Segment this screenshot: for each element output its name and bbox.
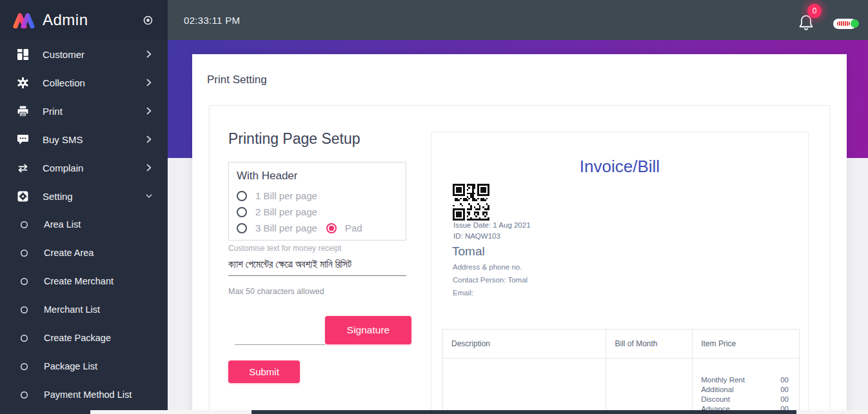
signature-button[interactable]: Signature bbox=[325, 316, 411, 344]
sidebar-item-package-list[interactable]: Package List bbox=[0, 352, 168, 380]
radio-icon[interactable] bbox=[237, 223, 247, 233]
page-title: Print Setting bbox=[207, 74, 267, 86]
brand-name: Admin bbox=[43, 11, 143, 29]
chevron-right-icon bbox=[146, 164, 152, 172]
invoice-title: Invoice/Bill bbox=[431, 157, 808, 177]
sidebar-item-merchant-list[interactable]: Merchant List bbox=[0, 295, 168, 324]
user-avatar[interactable] bbox=[833, 19, 856, 29]
sidebar-item-label: Buy SMS bbox=[43, 134, 146, 145]
notification-badge: 0 bbox=[807, 4, 822, 18]
radio-icon[interactable] bbox=[237, 207, 247, 217]
circle-bullet-icon bbox=[18, 275, 30, 287]
circle-bullet-icon bbox=[18, 247, 30, 259]
sidebar-item-label: Create Area bbox=[44, 248, 152, 258]
sidebar-item-label: Collection bbox=[43, 77, 146, 88]
gear-icon bbox=[17, 77, 28, 88]
qr-code bbox=[453, 184, 489, 221]
settings-square-icon bbox=[17, 190, 28, 202]
with-header-group: With Header 1 Bill per page 2 Bill per p… bbox=[228, 162, 406, 241]
radio-label: 1 Bill per page bbox=[255, 190, 317, 201]
clock-text: 02:33:11 PM bbox=[184, 15, 240, 26]
sidebar-item-label: Merchant List bbox=[44, 304, 152, 315]
invoice-customer-name: Tomal bbox=[452, 244, 485, 259]
invoice-email-line: Email: bbox=[453, 289, 473, 297]
chevron-right-icon bbox=[146, 50, 152, 58]
sidebar-item-complain[interactable]: Complain bbox=[0, 153, 168, 182]
sidebar-item-setting[interactable]: Setting bbox=[0, 182, 168, 210]
bill-of-month-cell bbox=[606, 359, 693, 414]
circle-bullet-icon bbox=[18, 360, 30, 372]
brand-header: Admin bbox=[0, 0, 168, 40]
price-list: Monthly Rent 00 Additional 00 Discount 0… bbox=[693, 375, 799, 414]
sidebar-item-label: Payment Method List bbox=[44, 389, 152, 400]
column-header: Description bbox=[443, 330, 606, 359]
sidebar-item-create-area[interactable]: Create Area bbox=[0, 239, 168, 267]
circle-bullet-icon bbox=[18, 304, 30, 315]
price-value: 00 bbox=[780, 385, 789, 395]
invoice-table-body-row: Monthly Rent 00 Additional 00 Discount 0… bbox=[443, 359, 800, 414]
invoice-id: ID: NAQW103 bbox=[453, 232, 500, 240]
sidebar-item-buy-sms[interactable]: Buy SMS bbox=[0, 125, 168, 153]
submit-button[interactable]: Submit bbox=[228, 360, 300, 383]
chevron-right-icon bbox=[146, 107, 152, 115]
sidebar-item-create-package[interactable]: Create Package bbox=[0, 324, 168, 352]
sidebar-item-payment-method-list[interactable]: Payment Method List bbox=[0, 380, 168, 409]
description-cell bbox=[443, 359, 606, 414]
horizontal-scrollbar-thumb[interactable] bbox=[252, 410, 796, 414]
circle-bullet-icon bbox=[18, 389, 30, 400]
invoice-table: Description Bill of Month Item Price Mon… bbox=[442, 329, 800, 414]
notifications-button[interactable]: 0 bbox=[798, 14, 814, 31]
radio-label: Pad bbox=[345, 222, 362, 233]
circle-bullet-icon bbox=[18, 219, 30, 230]
price-row: Additional 00 bbox=[701, 385, 789, 395]
grid-icon bbox=[17, 48, 28, 60]
sidebar-item-label: Setting bbox=[43, 191, 146, 202]
price-label: Monthly Rent bbox=[701, 375, 745, 385]
printer-icon bbox=[17, 105, 28, 117]
sidebar-item-label: Complain bbox=[43, 163, 146, 173]
sidebar-item-area-list[interactable]: Area List bbox=[0, 210, 168, 239]
chevron-right-icon bbox=[146, 79, 152, 86]
signature-line bbox=[235, 344, 325, 345]
sidebar-item-customer[interactable]: Customer bbox=[0, 40, 168, 68]
sidebar-item-label: Package List bbox=[44, 361, 152, 371]
price-row: Discount 00 bbox=[701, 395, 789, 404]
max-chars-note: Max 50 characters allowed bbox=[228, 287, 324, 296]
sidebar-item-label: Print bbox=[43, 106, 146, 117]
with-header-title: With Header bbox=[237, 170, 398, 182]
price-row: Monthly Rent 00 bbox=[701, 375, 789, 385]
print-setting-card: Print Setting Printing Page Setup With H… bbox=[192, 54, 847, 414]
app-window: Admin Customer bbox=[0, 0, 868, 414]
radio-option-2-bill[interactable]: 2 Bill per page bbox=[237, 204, 398, 220]
invoice-table-header-row: Description Bill of Month Item Price bbox=[443, 330, 800, 359]
invoice-contact-line: Contact Person: Tomal bbox=[453, 276, 528, 284]
receipt-text-input[interactable] bbox=[228, 253, 406, 276]
sidebar-item-collection[interactable]: Collection bbox=[0, 68, 168, 97]
circle-bullet-icon bbox=[18, 332, 30, 344]
column-header: Item Price bbox=[693, 330, 800, 359]
sidebar-toggle-icon[interactable] bbox=[143, 15, 153, 26]
radio-option-1-bill[interactable]: 1 Bill per page bbox=[237, 188, 398, 204]
sidebar: Admin Customer bbox=[0, 0, 168, 414]
online-status-dot bbox=[851, 19, 859, 28]
radio-icon-selected[interactable] bbox=[326, 223, 337, 233]
chevron-down-icon bbox=[146, 193, 152, 199]
print-setting-panel: Printing Page Setup With Header 1 Bill p… bbox=[209, 105, 830, 414]
radio-icon[interactable] bbox=[237, 191, 247, 201]
invoice-preview: Invoice/Bill Issue Date: 1 Aug 2021 ID: … bbox=[431, 132, 809, 414]
column-header: Bill of Month bbox=[606, 330, 693, 359]
brand-logo-icon bbox=[13, 12, 35, 28]
chevron-right-icon bbox=[146, 135, 152, 143]
receipt-hint: Customise text for money receipt bbox=[228, 244, 341, 253]
sidebar-item-label: Area List bbox=[44, 219, 152, 230]
sidebar-item-label: Create Merchant bbox=[44, 276, 152, 286]
price-value: 00 bbox=[780, 395, 789, 404]
invoice-address-line: Address & phone no. bbox=[453, 263, 522, 271]
sidebar-item-print[interactable]: Print bbox=[0, 97, 168, 125]
sidebar-item-label: Create Package bbox=[44, 333, 152, 343]
price-label: Discount bbox=[701, 395, 730, 404]
sidebar-item-label: Customer bbox=[43, 49, 146, 60]
price-label: Additional bbox=[701, 385, 734, 395]
sidebar-item-create-merchant[interactable]: Create Merchant bbox=[0, 267, 168, 295]
avatar-logo bbox=[837, 21, 850, 26]
